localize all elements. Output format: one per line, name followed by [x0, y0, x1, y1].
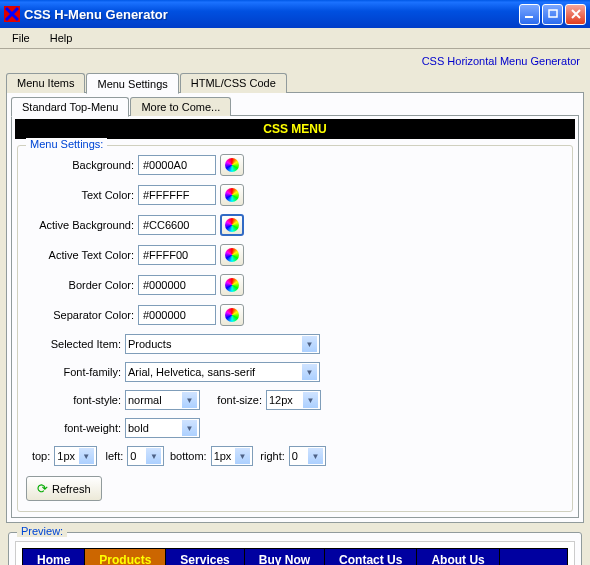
label-background: Background: — [26, 159, 134, 171]
color-picker-separator[interactable] — [220, 304, 244, 326]
label-active-bg: Active Background: — [26, 219, 134, 231]
chevron-down-icon: ▼ — [308, 448, 323, 464]
color-picker-active-text[interactable] — [220, 244, 244, 266]
app-icon — [4, 6, 20, 22]
input-text-color[interactable] — [138, 185, 216, 205]
label-text-color: Text Color: — [26, 189, 134, 201]
chevron-down-icon: ▼ — [182, 392, 197, 408]
combo-right[interactable]: 0▼ — [289, 446, 326, 466]
input-border[interactable] — [138, 275, 216, 295]
subtab-standard[interactable]: Standard Top-Menu — [11, 97, 129, 117]
color-picker-background[interactable] — [220, 154, 244, 176]
css-menu-header: CSS MENU — [15, 119, 575, 139]
menu-settings-group: Menu Settings: Background: Text Color: A… — [17, 145, 573, 512]
label-top: top: — [26, 450, 50, 462]
chevron-down-icon: ▼ — [182, 420, 197, 436]
label-font-family: Font-family: — [26, 366, 121, 378]
input-active-text[interactable] — [138, 245, 216, 265]
label-left: left: — [101, 450, 124, 462]
chevron-down-icon: ▼ — [302, 336, 317, 352]
color-picker-active-bg[interactable] — [220, 214, 244, 236]
chevron-down-icon: ▼ — [235, 448, 250, 464]
color-wheel-icon — [225, 188, 239, 202]
label-font-size: font-size: — [204, 394, 262, 406]
tab-menu-items[interactable]: Menu Items — [6, 73, 85, 93]
svg-rect-2 — [549, 10, 557, 17]
titlebar: CSS H-Menu Generator — [0, 0, 590, 28]
window-title: CSS H-Menu Generator — [24, 7, 519, 22]
combo-font-weight[interactable]: bold▼ — [125, 418, 200, 438]
preview-item-contact[interactable]: Contact Us — [325, 549, 417, 565]
main-tabs: Menu Items Menu Settings HTML/CSS Code — [6, 73, 584, 93]
label-right: right: — [257, 450, 285, 462]
group-title: Menu Settings: — [26, 138, 107, 150]
color-wheel-icon — [225, 308, 239, 322]
preview-item-about[interactable]: About Us — [417, 549, 499, 565]
color-wheel-icon — [225, 248, 239, 262]
color-picker-border[interactable] — [220, 274, 244, 296]
preview-item-buynow[interactable]: Buy Now — [245, 549, 325, 565]
label-border: Border Color: — [26, 279, 134, 291]
minimize-button[interactable] — [519, 4, 540, 25]
sub-tabs: Standard Top-Menu More to Come... — [11, 97, 579, 116]
refresh-button[interactable]: ⟳ Refresh — [26, 476, 102, 501]
combo-bottom[interactable]: 1px▼ — [211, 446, 253, 466]
chevron-down-icon: ▼ — [302, 364, 317, 380]
combo-font-family[interactable]: Arial, Helvetica, sans-serif▼ — [125, 362, 320, 382]
label-active-text: Active Text Color: — [26, 249, 134, 261]
preview-item-products[interactable]: Products — [85, 549, 166, 565]
label-selected-item: Selected Item: — [26, 338, 121, 350]
preview-label: Preview: — [17, 525, 67, 537]
tab-html-css[interactable]: HTML/CSS Code — [180, 73, 287, 93]
refresh-icon: ⟳ — [37, 481, 48, 496]
maximize-button[interactable] — [542, 4, 563, 25]
menu-file[interactable]: File — [6, 30, 36, 46]
label-font-weight: font-weight: — [26, 422, 121, 434]
tab-menu-settings[interactable]: Menu Settings — [86, 73, 178, 94]
combo-left[interactable]: 0▼ — [127, 446, 164, 466]
input-active-bg[interactable] — [138, 215, 216, 235]
color-picker-text[interactable] — [220, 184, 244, 206]
chevron-down-icon: ▼ — [303, 392, 318, 408]
label-separator: Separator Color: — [26, 309, 134, 321]
input-background[interactable] — [138, 155, 216, 175]
color-wheel-icon — [225, 278, 239, 292]
close-window-button[interactable] — [565, 4, 586, 25]
menubar: File Help — [0, 28, 590, 49]
menu-help[interactable]: Help — [44, 30, 79, 46]
header-link[interactable]: CSS Horizontal Menu Generator — [6, 53, 584, 73]
chevron-down-icon: ▼ — [79, 448, 94, 464]
color-wheel-icon — [225, 218, 239, 232]
color-wheel-icon — [225, 158, 239, 172]
preview-item-services[interactable]: Services — [166, 549, 244, 565]
label-font-style: font-style: — [26, 394, 121, 406]
chevron-down-icon: ▼ — [146, 448, 161, 464]
combo-selected-item[interactable]: Products▼ — [125, 334, 320, 354]
preview-item-home[interactable]: Home — [23, 549, 85, 565]
preview-box: Preview: Home Products Services Buy Now … — [8, 532, 582, 565]
combo-font-size[interactable]: 12px▼ — [266, 390, 321, 410]
label-bottom: bottom: — [168, 450, 206, 462]
svg-rect-1 — [525, 16, 533, 18]
subtab-more[interactable]: More to Come... — [130, 97, 231, 116]
input-separator[interactable] — [138, 305, 216, 325]
combo-font-style[interactable]: normal▼ — [125, 390, 200, 410]
menu-preview: Home Products Services Buy Now Contact U… — [22, 548, 568, 565]
combo-top[interactable]: 1px▼ — [54, 446, 96, 466]
